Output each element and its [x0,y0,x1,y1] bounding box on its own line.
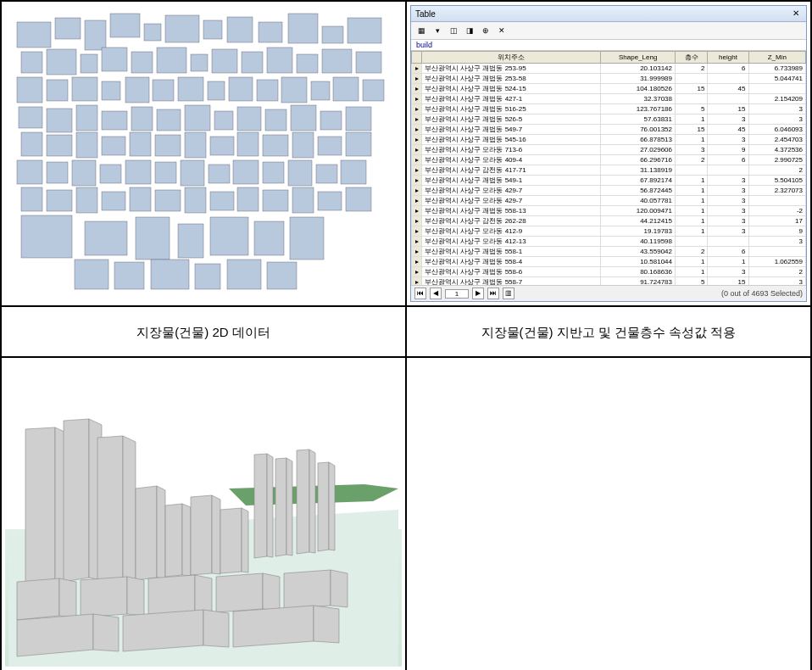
table-cell: 1 [675,135,707,145]
cell-attr-table: Table ✕ ▦ ▾ ◫ ◨ ⊕ ✕ build 위치주소Shape_Leng… [406,1,811,306]
table-row[interactable]: ▸부산광역시 사상구 모라동 713-627.029606394.372536 [412,145,806,155]
table-row[interactable]: ▸부산광역시 사상구 괘법동 427-132.370382.154209 [412,94,806,104]
table-cell: 부산광역시 사상구 모라동 713-6 [422,145,601,155]
record-number[interactable]: 1 [445,289,469,299]
table-row[interactable]: ▸부산광역시 사상구 괘법동 558-13120.00947113-2 [412,206,806,216]
table-cell: 1 [675,216,707,226]
nav-opts-icon[interactable]: ▥ [503,288,514,299]
close-icon[interactable]: ✕ [790,8,802,20]
cell-2d-map [1,1,406,306]
table-cell: ▸ [412,186,422,196]
table-cell: 44.212415 [601,216,676,226]
toolbar-btn-6[interactable]: ✕ [495,24,509,37]
svg-marker-122 [275,458,286,556]
column-header[interactable]: height [708,52,748,64]
table-cell: ▸ [412,176,422,186]
svg-rect-72 [209,165,230,183]
table-cell: 3 [708,176,748,186]
svg-rect-37 [333,77,359,101]
svg-marker-127 [329,462,335,550]
table-cell: 부산광역시 사상구 괘법동 545-16 [422,135,601,145]
table-cell: 3 [708,114,748,125]
table-cell: 2 [675,155,707,165]
map-2d-view[interactable] [5,5,402,302]
column-header[interactable]: 층수 [675,52,707,64]
table-cell: 부산광역시 사상구 괘법동 558-7 [422,277,601,286]
scene-3d-svg [5,361,402,667]
nav-last-icon[interactable]: ⏭ [487,288,499,299]
table-cell: 3 [708,267,748,277]
table-cell: 19.19783 [601,226,676,237]
table-row[interactable]: ▸부산광역시 사상구 괘법동 516-25123.7671865153 [412,104,806,114]
svg-rect-88 [292,187,314,213]
table-cell: 66.878513 [601,135,676,145]
table-row[interactable]: ▸부산광역시 사상구 괘법동 558-680.168636132 [412,267,806,277]
table-row[interactable]: ▸부산광역시 사상구 괘법동 549-776.00135215456.04609… [412,125,806,135]
table-row[interactable]: ▸부산광역시 사상구 괘법동 526-557.63831133 [412,114,806,125]
table-cell: 40.119598 [601,237,676,247]
table-row[interactable]: ▸부산광역시 사상구 모라동 412-919.19783139 [412,226,806,237]
svg-marker-111 [123,436,136,582]
table-row[interactable]: ▸부산광역시 사상구 괘법동 253-5831.9999895.044741 [412,74,806,84]
table-cell: 20.103142 [601,64,676,74]
table-cell: 45 [708,125,748,135]
table-titlebar[interactable]: Table ✕ [411,6,806,22]
nav-first-icon[interactable]: ⏮ [414,288,426,299]
table-cell: ▸ [412,94,422,104]
caption-2d: 지장물(건물) 2D 데이터 [1,306,406,357]
svg-rect-90 [346,187,371,211]
toolbar-btn-4[interactable]: ◨ [463,24,476,37]
table-cell: 5 [675,277,707,286]
scene-3d-view[interactable] [5,361,402,667]
table-cell: 6.733989 [748,64,805,74]
column-header[interactable]: Shape_Leng [601,52,676,64]
table-cell [708,74,748,84]
table-cell [748,196,805,206]
table-cell: 45 [708,84,748,94]
svg-rect-96 [254,221,284,255]
svg-rect-8 [259,22,282,42]
table-cell: 1.062559 [748,257,805,267]
table-row[interactable]: ▸부산광역시 사상구 괘법동 558-143.55904226 [412,247,806,257]
svg-rect-29 [125,77,149,103]
table-row[interactable]: ▸부산광역시 사상구 괘법동 524-15104.1805261545 [412,84,806,94]
table-row[interactable]: ▸부산광역시 사상구 모라동 412-1340.1195983 [412,237,806,247]
svg-rect-84 [185,187,206,213]
svg-marker-123 [286,458,292,556]
table-tab[interactable]: build [411,40,806,51]
svg-rect-74 [263,162,284,183]
table-row[interactable]: ▸부산광역시 사상구 모라동 409-466.296716262.990725 [412,155,806,165]
table-cell [748,84,805,94]
table-cell: 120.009471 [601,206,676,216]
toolbar-btn-3[interactable]: ◫ [447,24,460,37]
table-row[interactable]: ▸부산광역시 사상구 괘법동 253-9520.103142266.733989 [412,64,806,74]
column-header[interactable] [412,52,422,64]
table-row[interactable]: ▸부산광역시 사상구 괘법동 545-1666.878513132.454703 [412,135,806,145]
column-header[interactable]: 위치주소 [422,52,601,64]
table-row[interactable]: ▸부산광역시 사상구 감전동 262-2844.2124151317 [412,216,806,226]
table-row[interactable]: ▸부산광역시 사상구 감전동 417-7131.1389192 [412,165,806,176]
table-cell: 9 [708,145,748,155]
toolbar-btn-1[interactable]: ▦ [414,24,428,37]
table-cell: 2.990725 [748,155,805,165]
svg-rect-36 [311,81,330,100]
svg-rect-1 [55,18,81,39]
toolbar-btn-5[interactable]: ⊕ [479,24,492,37]
table-row[interactable]: ▸부산광역시 사상구 괘법동 558-410.581044111.062559 [412,257,806,267]
nav-next-icon[interactable]: ▶ [472,288,484,299]
table-body[interactable]: 위치주소Shape_Leng층수heightZ_Min ▸부산광역시 사상구 괘… [411,51,806,285]
svg-rect-0 [17,22,51,47]
svg-rect-6 [203,20,222,39]
svg-rect-19 [212,49,237,73]
nav-prev-icon[interactable]: ◀ [430,288,442,299]
table-row[interactable]: ▸부산광역시 사상구 괘법동 549-167.892174135.504105 [412,176,806,186]
svg-rect-99 [114,262,144,289]
table-row[interactable]: ▸부산광역시 사상구 괘법동 558-791.7247835153 [412,277,806,286]
svg-rect-73 [233,160,259,184]
table-row[interactable]: ▸부산광역시 사상구 모라동 429-740.05778113 [412,196,806,206]
column-header[interactable]: Z_Min [748,52,805,64]
table-row[interactable]: ▸부산광역시 사상구 모라동 429-756.872445132.327073 [412,186,806,196]
toolbar-btn-2[interactable]: ▾ [431,24,444,37]
svg-rect-31 [178,77,203,101]
svg-rect-61 [263,135,288,156]
